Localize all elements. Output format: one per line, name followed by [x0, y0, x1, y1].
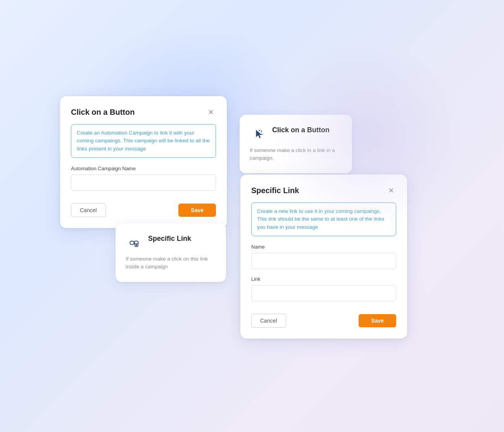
specific-link-card-title: Specific Link [148, 234, 191, 243]
info-card-header: Click on a Button [250, 126, 342, 143]
close-button[interactable] [206, 107, 216, 117]
specific-link-info-box: Create a new link to use it in your comi… [251, 202, 396, 236]
cursor-icon-svg [251, 127, 265, 141]
link-field-label: Link [251, 276, 396, 282]
specific-link-close-button[interactable] [386, 185, 396, 195]
info-box: Create an Automation Campaign to link it… [71, 124, 216, 158]
link-input[interactable] [251, 285, 396, 301]
info-card-title: Click on a Button [272, 126, 330, 135]
save-button[interactable]: Save [178, 204, 216, 217]
card-header: Click on a Button [71, 107, 216, 117]
name-field-group: Name [251, 244, 396, 269]
name-field-label: Name [251, 244, 396, 250]
specific-link-close-icon [388, 187, 394, 194]
specific-link-info-header: Specific Link [126, 234, 216, 251]
specific-link-title-wrap: Specific Link [148, 234, 191, 243]
cancel-button[interactable]: Cancel [71, 203, 106, 217]
campaign-name-field: Automation Campaign Name [71, 166, 216, 191]
click-button-info-card: Click on a Button If someone make a clic… [240, 115, 352, 173]
link-icon [126, 234, 143, 251]
info-card-description: If someone make a click in a link in a c… [250, 147, 342, 162]
specific-link-modal-title: Specific Link [251, 186, 299, 195]
link-icon-svg [127, 236, 141, 250]
specific-link-info-card: Specific Link If someone make a click on… [116, 223, 226, 282]
specific-link-cancel-button[interactable]: Cancel [251, 314, 286, 328]
modal-title: Click on a Button [71, 108, 135, 117]
specific-link-modal-footer: Cancel Save [251, 314, 396, 328]
field-label: Automation Campaign Name [71, 166, 216, 171]
svg-rect-4 [136, 244, 138, 246]
specific-link-modal-header: Specific Link [251, 185, 396, 195]
close-icon [208, 109, 214, 115]
campaign-name-input[interactable] [71, 175, 216, 191]
name-input[interactable] [251, 253, 396, 269]
link-field-group: Link [251, 276, 396, 301]
specific-link-save-button[interactable]: Save [359, 314, 396, 327]
click-button-modal: Click on a Button Create an Automation C… [60, 96, 227, 228]
specific-link-info-text: Create a new link to use it in your comi… [257, 208, 384, 230]
info-text: Create an Automation Campaign to link it… [77, 130, 210, 152]
specific-link-modal: Specific Link Create a new link to use i… [240, 175, 407, 339]
specific-link-card-description: If someone make a click on this link ins… [126, 255, 216, 271]
modal-footer: Cancel Save [71, 203, 216, 217]
cursor-click-icon [250, 126, 267, 143]
info-card-title-wrap: Click on a Button [272, 126, 330, 135]
